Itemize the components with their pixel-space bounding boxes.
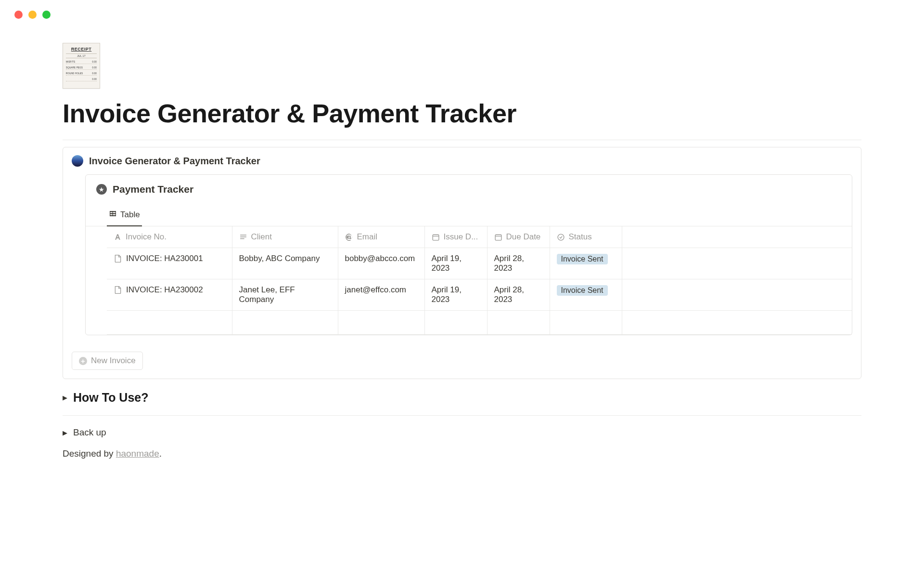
- triangle-icon: ▶: [63, 429, 67, 436]
- col-header-empty: [622, 226, 852, 248]
- designer-link[interactable]: haonmade: [116, 448, 159, 459]
- col-header-due-date[interactable]: Due Date: [487, 226, 550, 248]
- table-icon: [109, 210, 117, 220]
- cell-due-date: April 28, 2023: [487, 248, 550, 279]
- new-invoice-button[interactable]: + New Invoice: [72, 352, 143, 370]
- divider: [63, 140, 861, 140]
- cell-invoice-no: INVOICE: HA230001: [126, 254, 203, 263]
- toggle-how-to-use[interactable]: ▶ How To Use?: [63, 391, 861, 405]
- table-row[interactable]: INVOICE: HA230001 Bobby, ABC Company bob…: [107, 248, 852, 279]
- payment-tracker-title: Payment Tracker: [113, 184, 193, 195]
- close-window-button[interactable]: [14, 11, 23, 19]
- page-icon: [114, 254, 122, 263]
- new-invoice-label: New Invoice: [91, 356, 136, 366]
- date-property-icon: [494, 233, 502, 241]
- table-header-row: Invoice No. Client: [107, 226, 852, 248]
- callout-header: Invoice Generator & Payment Tracker: [63, 147, 861, 174]
- page-icon: [114, 286, 122, 294]
- plus-icon: +: [79, 357, 87, 365]
- window-traffic-lights: [0, 0, 924, 19]
- payment-tracker-header: ★ Payment Tracker: [86, 175, 852, 200]
- table-row[interactable]: INVOICE: HA230002 Janet Lee, EFF Company…: [107, 279, 852, 311]
- toggle-title: Back up: [73, 427, 106, 438]
- col-header-status[interactable]: Status: [550, 226, 622, 248]
- toggle-title: How To Use?: [73, 391, 148, 405]
- col-header-client[interactable]: Client: [232, 226, 338, 248]
- maximize-window-button[interactable]: [42, 11, 51, 19]
- cell-email: janet@effco.com: [338, 279, 424, 311]
- svg-rect-2: [495, 235, 501, 240]
- cell-due-date: April 28, 2023: [487, 279, 550, 311]
- col-header-email[interactable]: Email: [338, 226, 424, 248]
- cell-invoice-no: INVOICE: HA230002: [126, 285, 203, 295]
- email-property-icon: [345, 233, 353, 241]
- receipt-line: ROUND HOLES0.00: [66, 72, 97, 76]
- star-icon: ★: [96, 184, 107, 195]
- col-header-invoice-no[interactable]: Invoice No.: [107, 226, 232, 248]
- toggle-back-up[interactable]: ▶ Back up: [63, 427, 861, 438]
- payment-tracker-card: ★ Payment Tracker Table: [85, 174, 852, 335]
- triangle-icon: ▶: [63, 394, 67, 401]
- cell-email: bobby@abcco.com: [338, 248, 424, 279]
- callout-block: Invoice Generator & Payment Tracker ★ Pa…: [63, 147, 861, 379]
- receipt-icon: RECEIPT JUL 17 MISFITS0.00 SQUARE PEGS0.…: [63, 43, 100, 89]
- col-header-issue-date[interactable]: Issue D...: [424, 226, 487, 248]
- receipt-line: SQUARE PEGS0.00: [66, 66, 97, 70]
- cell-client: Janet Lee, EFF Company: [232, 279, 338, 311]
- date-property-icon: [432, 233, 440, 241]
- globe-icon: [72, 155, 83, 167]
- svg-point-4: [558, 234, 564, 240]
- minimize-window-button[interactable]: [28, 11, 37, 19]
- cell-issue-date: April 19, 2023: [424, 248, 487, 279]
- table-spacer-row: [107, 311, 852, 335]
- page-icon-receipt[interactable]: RECEIPT JUL 17 MISFITS0.00 SQUARE PEGS0.…: [63, 43, 100, 89]
- view-tabs: Table: [86, 205, 852, 226]
- receipt-title: RECEIPT: [66, 47, 97, 52]
- select-property-icon: [557, 233, 565, 241]
- tab-table[interactable]: Table: [107, 205, 142, 226]
- status-badge: Invoice Sent: [557, 254, 608, 264]
- tab-label: Table: [120, 210, 140, 220]
- footer-credit: Designed by haonmade.: [63, 448, 861, 459]
- cell-client: Bobby, ABC Company: [232, 248, 338, 279]
- callout-title: Invoice Generator & Payment Tracker: [89, 156, 260, 167]
- svg-rect-0: [433, 235, 439, 240]
- status-badge: Invoice Sent: [557, 285, 608, 296]
- cell-issue-date: April 19, 2023: [424, 279, 487, 311]
- text-property-icon: [239, 233, 247, 241]
- receipt-line: MISFITS0.00: [66, 60, 97, 64]
- title-property-icon: [114, 233, 122, 241]
- page-title: Invoice Generator & Payment Tracker: [63, 98, 861, 128]
- receipt-line: 0.00: [66, 78, 97, 81]
- payment-tracker-table: Invoice No. Client: [107, 226, 852, 335]
- divider: [63, 415, 861, 416]
- receipt-date: JUL 17: [66, 53, 97, 58]
